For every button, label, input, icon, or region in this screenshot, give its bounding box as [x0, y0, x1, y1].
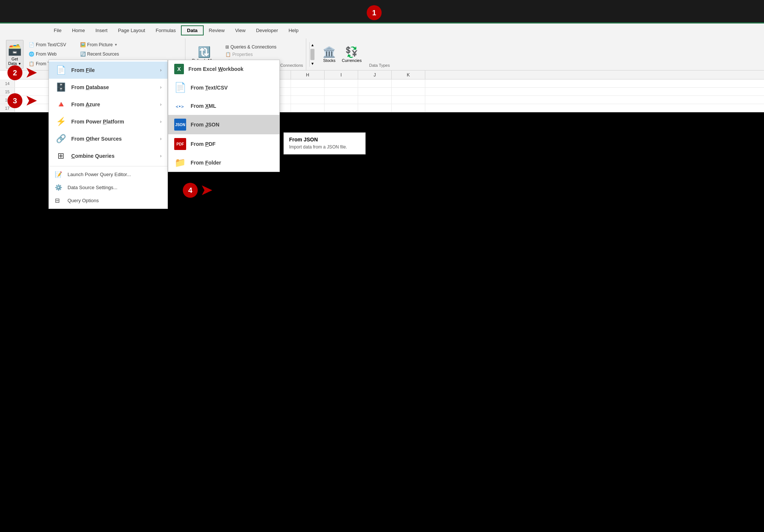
from-database-icon: 🗄️	[55, 82, 67, 92]
folder-icon: 📁	[174, 157, 186, 168]
query-options-icon: ⊟	[55, 197, 64, 204]
data-type-row: 🏛️ Stocks 💱 Currencies	[323, 46, 361, 63]
dropdown-overlay: 📄 From File › 🗄️ From Database › 🔺 From …	[48, 60, 280, 209]
text-csv-icon: 📄	[29, 42, 34, 47]
recent-sources-button[interactable]: 🔄 Recent Sources	[78, 50, 131, 58]
scroll-down[interactable]: ▼	[310, 61, 315, 67]
step-badge-3: 3	[7, 93, 22, 108]
step-badge-2: 2	[7, 65, 22, 80]
divider-1	[49, 166, 167, 166]
from-database-arrow: ›	[160, 85, 162, 90]
arrow-3: ➤	[25, 94, 37, 107]
data-type-buttons: 🏛️ Stocks 💱 Currencies	[318, 44, 366, 64]
excel-workbook-icon: X	[174, 64, 184, 74]
from-power-platform-item[interactable]: ⚡ From Power Platform ›	[49, 113, 167, 130]
queries-icon: ⊞	[225, 44, 229, 50]
from-pdf-item[interactable]: PDF From PDF	[168, 134, 279, 154]
from-other-sources-label: From Other Sources	[71, 136, 122, 142]
from-power-platform-icon: ⚡	[55, 117, 67, 126]
from-azure-icon: 🔺	[55, 100, 67, 109]
tooltip-title: From JSON	[289, 137, 360, 143]
menu-developer[interactable]: Developer	[251, 26, 283, 35]
menu-formulas[interactable]: Formulas	[150, 26, 181, 35]
queries-connections-button[interactable]: ⊞ Queries & Connections	[223, 43, 279, 51]
excel-window: 1 File Home Insert Page Layout Formulas …	[0, 0, 764, 532]
from-other-sources-arrow: ›	[160, 136, 162, 141]
from-text-csv-button[interactable]: 📄 From Text/CSV	[26, 41, 75, 48]
properties-button[interactable]: 📋 Properties	[223, 51, 279, 58]
launch-icon: 📝	[55, 171, 64, 178]
badge2-container: 2 ➤	[7, 65, 38, 80]
menu-page-layout[interactable]: Page Layout	[113, 26, 150, 35]
menu-data[interactable]: Data	[181, 25, 203, 35]
scrollbar[interactable]: ▲ ▼	[309, 42, 315, 67]
arrow-4: ➤	[201, 184, 212, 197]
scroll-up[interactable]: ▲	[310, 42, 315, 48]
menu-home[interactable]: Home	[67, 26, 90, 35]
col-header-J: J	[358, 71, 392, 79]
data-types-label: Data Types	[369, 63, 389, 69]
get-data-label: GetData ▼	[8, 57, 21, 66]
text-csv-submenu-icon: 📄	[174, 82, 186, 93]
from-azure-label: From Azure	[71, 101, 100, 107]
recent-icon: 🔄	[80, 51, 86, 57]
top-bar: 1	[0, 0, 764, 22]
data-source-settings-item[interactable]: ⚙️ Data Source Settings...	[49, 181, 167, 194]
from-text-csv-item[interactable]: 📄 From Text/CSV	[168, 78, 279, 97]
svg-text:<•>: <•>	[176, 104, 184, 109]
col-header-I: I	[325, 71, 358, 79]
tooltip-description: Import data from a JSON file.	[289, 144, 360, 150]
launch-power-query-item[interactable]: 📝 Launch Power Query Editor...	[49, 168, 167, 181]
from-json-item[interactable]: JSON From JSON	[168, 115, 279, 134]
stocks-label: Stocks	[323, 58, 335, 63]
json-icon: JSON	[174, 119, 186, 131]
stocks-button[interactable]: 🏛️ Stocks	[323, 46, 336, 63]
from-azure-item[interactable]: 🔺 From Azure ›	[49, 96, 167, 113]
step-badge-4: 4	[183, 183, 198, 198]
from-power-platform-label: From Power Platform	[71, 119, 124, 125]
combine-queries-label: Combine Queries	[71, 153, 115, 159]
settings-icon: ⚙️	[55, 184, 64, 191]
properties-icon: 📋	[225, 52, 231, 57]
from-xml-label: From XML	[191, 103, 216, 109]
query-options-label: Query Options	[68, 198, 99, 203]
menu-help[interactable]: Help	[283, 26, 304, 35]
scroll-thumb[interactable]	[310, 49, 314, 60]
from-web-button[interactable]: 🌐 From Web	[26, 50, 75, 58]
data-source-settings-label: Data Source Settings...	[68, 185, 118, 190]
from-power-platform-arrow: ›	[160, 119, 162, 124]
arrow-2: ➤	[25, 66, 37, 79]
connections-label: Connections	[279, 63, 303, 69]
menu-review[interactable]: Review	[204, 26, 230, 35]
launch-power-query-label: Launch Power Query Editor...	[68, 172, 131, 177]
from-file-item[interactable]: 📄 From File ›	[49, 62, 167, 79]
combine-queries-icon: ⊞	[55, 151, 67, 161]
database-icon: 🗃️	[8, 43, 22, 56]
from-database-item[interactable]: 🗄️ From Database ›	[49, 79, 167, 96]
get-data-button[interactable]: 🗃️ GetData ▼	[6, 40, 24, 69]
menu-view[interactable]: View	[230, 26, 251, 35]
menu-file[interactable]: File	[48, 26, 67, 35]
data-types-group: ▲ ▼ 🏛️ Stocks 💱 Currencies	[306, 38, 393, 70]
step-badge-1: 1	[367, 5, 382, 20]
col-header-H: H	[291, 71, 325, 79]
from-folder-item[interactable]: 📁 From Folder	[168, 154, 279, 172]
xml-icon: <•>	[174, 101, 186, 111]
from-file-label: From File	[71, 67, 95, 73]
query-options-item[interactable]: ⊟ Query Options	[49, 194, 167, 207]
from-database-label: From Database	[71, 84, 109, 90]
pdf-icon: PDF	[174, 138, 186, 150]
picture-icon: 🖼️	[80, 42, 86, 47]
currencies-label: Currencies	[342, 58, 361, 63]
menu-bar: File Home Insert Page Layout Formulas Da…	[0, 24, 764, 37]
combine-queries-item[interactable]: ⊞ Combine Queries ›	[49, 147, 167, 165]
menu-insert[interactable]: Insert	[90, 26, 113, 35]
from-excel-workbook-item[interactable]: X From Excel Workbook	[168, 60, 279, 78]
from-picture-button[interactable]: 🖼️ From Picture ▼	[78, 41, 131, 48]
currencies-button[interactable]: 💱 Currencies	[342, 46, 361, 63]
from-other-sources-item[interactable]: 🔗 From Other Sources ›	[49, 130, 167, 147]
from-azure-arrow: ›	[160, 102, 162, 107]
from-other-sources-icon: 🔗	[55, 134, 67, 144]
badge4-container: 4 ➤	[183, 183, 213, 198]
from-xml-item[interactable]: <•> From XML	[168, 97, 279, 115]
